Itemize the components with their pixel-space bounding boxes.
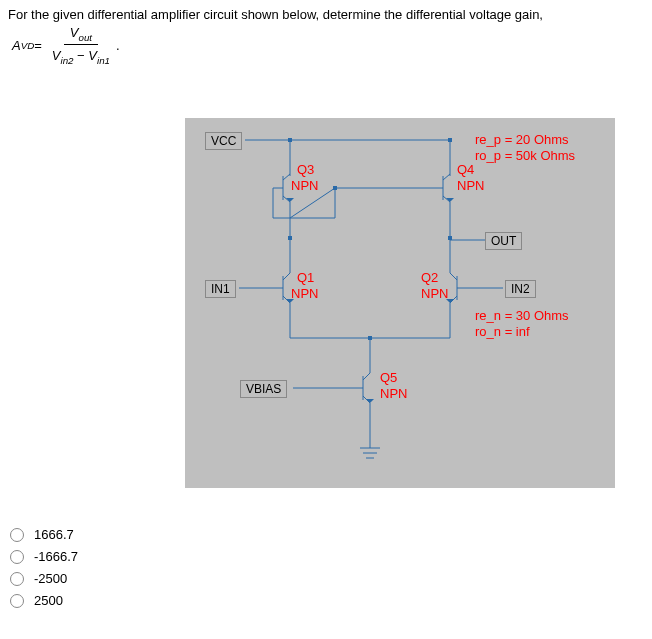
option-label: -1666.7 [34, 549, 78, 564]
q2-name: Q2 [421, 270, 438, 285]
q5-name: Q5 [380, 370, 397, 385]
svg-rect-48 [333, 186, 337, 190]
svg-line-6 [283, 174, 290, 180]
question-sentence: For the given differential amplifier cir… [8, 6, 543, 24]
option-1[interactable]: 1666.7 [10, 527, 78, 542]
svg-line-38 [363, 373, 370, 380]
port-vbias: VBIAS [240, 380, 287, 398]
option-label: -2500 [34, 571, 67, 586]
schematic-svg [185, 118, 615, 488]
param-ro-p: ro_p = 50k Ohms [475, 148, 575, 163]
option-label: 2500 [34, 593, 63, 608]
q1-type: NPN [291, 286, 318, 301]
answer-options: 1666.7 -1666.7 -2500 2500 [10, 520, 78, 615]
q4-name: Q4 [457, 162, 474, 177]
q3-name: Q3 [297, 162, 314, 177]
radio-icon[interactable] [10, 572, 24, 586]
radio-icon[interactable] [10, 594, 24, 608]
param-re-n: re_n = 30 Ohms [475, 308, 569, 323]
svg-rect-43 [288, 138, 292, 142]
param-re-p: re_p = 20 Ohms [475, 132, 569, 147]
q4-type: NPN [457, 178, 484, 193]
fraction: Vout Vin2 − Vin1 [46, 24, 116, 67]
svg-rect-47 [368, 336, 372, 340]
question-text: For the given differential amplifier cir… [0, 0, 652, 68]
option-4[interactable]: 2500 [10, 593, 78, 608]
port-in1: IN1 [205, 280, 236, 298]
fraction-denominator: Vin2 − Vin1 [46, 45, 116, 67]
q2-type: NPN [421, 286, 448, 301]
option-label: 1666.7 [34, 527, 74, 542]
option-2[interactable]: -1666.7 [10, 549, 78, 564]
radio-icon[interactable] [10, 550, 24, 564]
option-3[interactable]: -2500 [10, 571, 78, 586]
param-ro-n: ro_n = inf [475, 324, 530, 339]
q1-name: Q1 [297, 270, 314, 285]
radio-icon[interactable] [10, 528, 24, 542]
port-out: OUT [485, 232, 522, 250]
svg-line-24 [283, 273, 290, 280]
fraction-numerator: Vout [64, 24, 98, 45]
q5-type: NPN [380, 386, 407, 401]
gain-formula: A VD = Vout Vin2 − Vin1 . [12, 24, 120, 67]
svg-line-30 [450, 273, 457, 280]
circuit-schematic: VCC IN1 IN2 OUT VBIAS Q3 NPN Q4 NPN Q1 N… [185, 118, 615, 488]
svg-marker-53 [366, 399, 374, 403]
svg-rect-44 [448, 138, 452, 142]
port-in2: IN2 [505, 280, 536, 298]
svg-rect-45 [288, 236, 292, 240]
svg-rect-46 [448, 236, 452, 240]
q3-type: NPN [291, 178, 318, 193]
svg-line-18 [443, 174, 450, 180]
port-vcc: VCC [205, 132, 242, 150]
